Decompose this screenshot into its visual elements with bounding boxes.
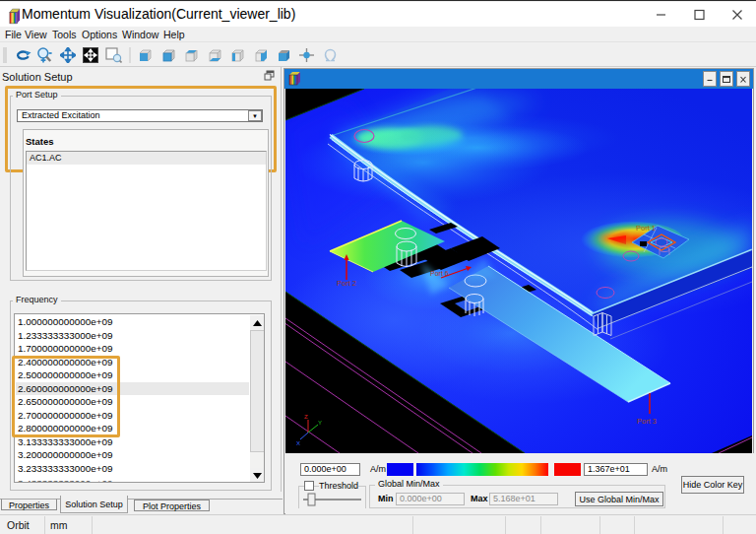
svg-text:Port 1: Port 1: [636, 224, 656, 233]
svg-text:Port 3: Port 3: [637, 417, 657, 426]
svg-text:Y: Y: [318, 420, 322, 426]
svg-text:X: X: [296, 440, 300, 446]
svg-text:Port 2: Port 2: [337, 279, 356, 288]
svg-text:Z: Z: [304, 414, 308, 420]
